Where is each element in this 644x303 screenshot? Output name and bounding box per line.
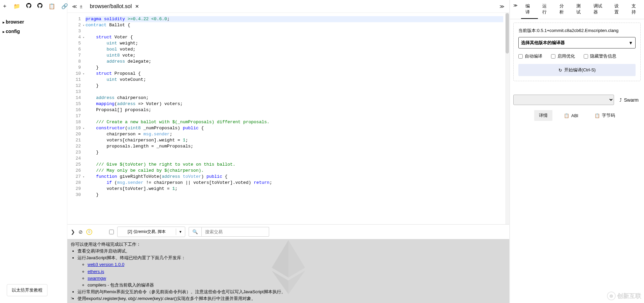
refresh-icon: ↻ [558,68,562,73]
bytecode-button[interactable]: 📋字节码 [589,110,620,121]
tab-analysis[interactable]: 分析 [555,0,572,19]
contract-select[interactable] [513,95,614,105]
terminal-lib-item[interactable]: ethers.js [88,268,506,275]
terminal-search-button[interactable]: 🔍 [189,227,202,237]
terminal-lib-item[interactable]: swarmgw [88,275,506,282]
tabs-scroll-left-icon[interactable]: ≪ [72,4,77,9]
opt-hide-warnings[interactable]: 隐藏警告信息 [584,53,616,59]
details-button[interactable]: 详情 [534,110,553,121]
page-watermark: ⊗创新互联 [607,292,641,300]
compile-button[interactable]: ↻ 开始编译(Ctrl-S) [518,64,636,76]
right-panel: ≫ 编译 运行 分析 测试 调试器 设置 支持 当前版本:0.5.1+commi… [509,0,644,303]
tab-close-icon[interactable]: ✕ [135,4,139,9]
tab-run[interactable]: 运行 [538,0,555,19]
opt-auto-compile[interactable]: 自动编译 [518,53,542,59]
upload-icon: ⤴ [619,97,622,103]
terminal-lib-item[interactable]: web3 version 1.0.0 [88,261,506,268]
contract-select-row: ⤴ Swarm [510,95,644,105]
terminal-collapse-icon[interactable]: ❯ [71,229,75,235]
opt-optimize[interactable]: 启用优化 [551,53,575,59]
file-tree: browser config [0,12,67,41]
contract-info-buttons: 详情 📋ABI 📋字节码 [510,105,644,126]
compiler-version-select[interactable]: 选择其他版本的编译器 ▼ [518,37,636,48]
tab-title: browser/ballot.sol [90,3,132,9]
search-icon: 🔍 [192,229,198,234]
terminal-bullet: 运行JavaScript脚本。终端已经内置了下面几个开发库： web3 vers… [77,255,506,289]
terminal-intro: 你可以使用这个终端完成以下工作： [71,241,506,248]
github-icon[interactable] [26,3,31,9]
terminal-search-input[interactable] [202,227,269,237]
terminal-bullet: 查看交易详情并启动调试。 [77,248,506,255]
tab-debugger[interactable]: 调试器 [589,0,610,19]
terminal-listen-checkbox[interactable] [109,230,114,234]
code-area[interactable]: pragma solidity >=0.4.22 <0.6.0;contract… [84,13,505,224]
tabs-add-icon[interactable]: ± [80,4,83,9]
terminal-clear-icon[interactable]: ⊘ [78,229,83,235]
tab-testing[interactable]: 测试 [572,0,589,19]
chevron-down-icon[interactable]: ▼ [176,229,185,235]
file-explorer-panel: ＋ 📁 📋 🔗 browser config 以太坊开发教程 [0,0,67,303]
folder-open-icon[interactable]: 📁 [13,3,20,9]
clipboard-icon: 📋 [594,113,600,118]
github-gist-icon[interactable] [37,3,42,9]
terminal-filter-dropdown[interactable]: [2] 仅remix交易, 脚本 ▼ [117,227,185,237]
tree-folder-config[interactable]: config [2,27,65,36]
panel-collapse-icon[interactable]: ≫ [510,0,521,19]
right-panel-tabs: ≫ 编译 运行 分析 测试 调试器 设置 支持 [510,0,644,19]
tree-folder-browser[interactable]: browser [2,17,65,27]
tab-settings[interactable]: 设置 [610,0,627,19]
terminal-lib-item: compilers - 包含当前载入的编译器 [88,282,506,289]
editor-tab-active[interactable]: browser/ballot.sol ✕ [86,1,143,11]
terminal-filter-label: [2] 仅remix交易, 脚本 [118,227,176,237]
tabs-scroll-right-icon[interactable]: ≫ [500,4,505,9]
tab-compile[interactable]: 编译 [521,0,538,19]
tutorial-button[interactable]: 以太坊开发教程 [7,284,47,296]
editor-scrollbar[interactable] [505,13,509,224]
pending-tx-badge[interactable]: 0 [86,229,92,235]
terminal-bullet: 运行常用的与Remix界面交互的命令（参见前面命令列表）。注意这些命令也可以写入… [77,289,506,295]
new-file-icon[interactable]: ＋ [2,3,7,10]
editor-tabbar: ≪ ± browser/ballot.sol ✕ ≫ [67,0,509,13]
chevron-down-icon: ▼ [629,40,633,45]
line-gutter: 1234567891011121314151617181920212223242… [67,13,84,224]
terminal-bullet: 使用exports/.register(key, obj)/.remove(ke… [77,295,506,302]
compile-section: 当前版本:0.5.1+commit.c8a2cb62.Emscripten.cl… [513,23,641,81]
file-toolbar: ＋ 📁 📋 🔗 [0,0,67,12]
terminal-prompt[interactable]: > [71,295,73,302]
clipboard-icon[interactable]: 📋 [49,3,55,9]
tab-support[interactable]: 支持 [627,0,644,19]
clipboard-icon: 📋 [564,113,569,118]
terminal-output[interactable]: 你可以使用这个终端完成以下工作： 查看交易详情并启动调试。 运行JavaScri… [67,239,509,303]
compiler-version-label: 当前版本:0.5.1+commit.c8a2cb62.Emscripten.cl… [518,28,636,34]
main-column: ≪ ± browser/ballot.sol ✕ ≫ 1234567891011… [67,0,509,303]
code-editor[interactable]: 1234567891011121314151617181920212223242… [67,13,509,224]
abi-button[interactable]: 📋ABI [559,110,583,121]
link-icon[interactable]: 🔗 [61,3,68,9]
swarm-publish[interactable]: ⤴ Swarm [617,95,641,105]
terminal-toolbar: ❯ ⊘ 0 [2] 仅remix交易, 脚本 ▼ 🔍 [67,224,509,239]
